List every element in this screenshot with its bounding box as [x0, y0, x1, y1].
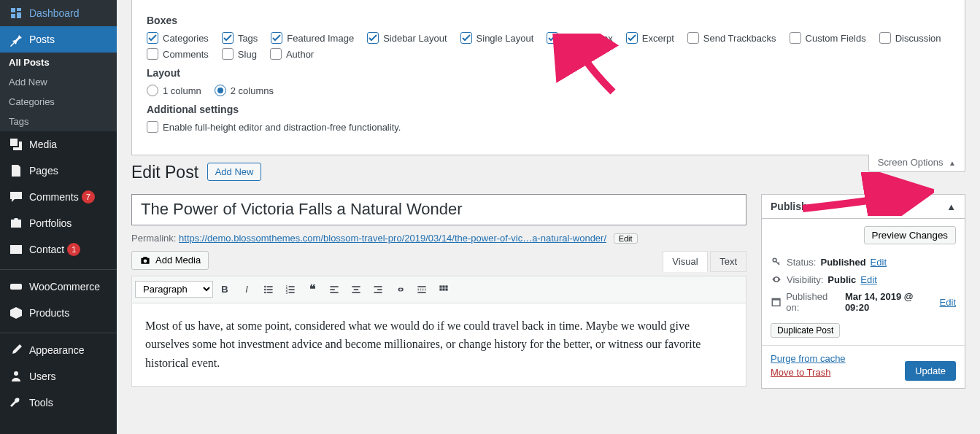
camera-icon — [139, 255, 151, 266]
edit-slug-button[interactable]: Edit — [614, 233, 638, 244]
published-label: Published on: — [786, 291, 841, 313]
submenu-tags[interactable]: Tags — [0, 112, 117, 131]
checkbox-send-trackbacks[interactable]: Send Trackbacks — [687, 32, 776, 44]
menu-dashboard[interactable]: Dashboard — [0, 0, 117, 26]
portfolio-icon — [9, 216, 23, 230]
checkbox-fullheight[interactable]: Enable full-height editor and distractio… — [147, 121, 401, 133]
checkbox-label: Author — [286, 49, 314, 60]
menu-appearance[interactable]: Appearance — [0, 337, 117, 363]
menu-woocommerce[interactable]: WooCommerce — [0, 274, 117, 300]
menu-comments[interactable]: Comments 7 — [0, 184, 117, 210]
radio-icon — [147, 85, 158, 96]
menu-posts[interactable]: Posts — [0, 26, 117, 53]
radio-1-column[interactable]: 1 column — [147, 85, 201, 96]
chevron-up-icon: ▲ — [949, 159, 956, 167]
permalink-row: Permalink: https://demo.blossomthemes.co… — [131, 233, 746, 244]
trash-link[interactable]: Move to Trash — [771, 367, 846, 378]
bullet-list-button[interactable] — [258, 279, 279, 300]
align-left-button[interactable] — [324, 279, 344, 300]
checkbox-icon — [222, 32, 234, 44]
checkbox-excerpt[interactable]: Excerpt — [626, 32, 674, 44]
duplicate-button[interactable]: Duplicate Post — [771, 323, 840, 338]
post-title-input[interactable] — [131, 194, 746, 225]
checkbox-affiliate-box[interactable]: Affiliate Box — [547, 32, 612, 44]
checkbox-label: Enable full-height editor and distractio… — [163, 122, 401, 133]
menu-products[interactable]: Products — [0, 300, 117, 326]
menu-portfolios[interactable]: Portfolios — [0, 210, 117, 236]
svg-rect-30 — [442, 288, 444, 290]
bold-button[interactable]: B — [215, 279, 235, 300]
radio-2-columns[interactable]: 2 columns — [215, 85, 274, 96]
submenu-categories[interactable]: Categories — [0, 92, 117, 112]
format-select[interactable]: Paragraph — [135, 281, 213, 298]
svg-rect-29 — [439, 288, 441, 290]
checkbox-categories[interactable]: Categories — [147, 32, 209, 44]
permalink-label: Permalink: — [131, 233, 176, 244]
menu-pages[interactable]: Pages — [0, 158, 117, 184]
checkbox-icon — [147, 121, 158, 133]
editor-content[interactable]: Most of us have, at some point, consider… — [132, 303, 746, 386]
checkbox-icon — [547, 32, 558, 44]
published-value: Mar 14, 2019 @ 09:20 — [845, 291, 935, 313]
checkbox-single-layout[interactable]: Single Layout — [460, 32, 534, 44]
checkbox-custom-fields[interactable]: Custom Fields — [790, 32, 866, 44]
purge-link[interactable]: Purge from cache — [771, 353, 846, 364]
screen-options-tab[interactable]: Screen Options ▲ — [868, 155, 965, 172]
submenu-all-posts[interactable]: All Posts — [0, 53, 117, 72]
checkbox-comments[interactable]: Comments — [147, 48, 209, 60]
checkbox-discussion[interactable]: Discussion — [879, 32, 941, 44]
toolbar-toggle-button[interactable] — [433, 279, 454, 300]
checkbox-label: Excerpt — [642, 33, 674, 44]
radio-icon — [215, 85, 226, 96]
checkbox-icon — [790, 32, 801, 44]
visibility-value: Public — [827, 274, 856, 285]
add-new-button[interactable]: Add New — [207, 163, 262, 181]
checkbox-icon — [879, 32, 891, 44]
svg-rect-13 — [289, 292, 295, 293]
svg-rect-21 — [377, 289, 382, 290]
svg-rect-24 — [417, 289, 425, 290]
status-label: Status: — [787, 257, 816, 268]
checkbox-tags[interactable]: Tags — [222, 32, 258, 44]
edit-date-link[interactable]: Edit — [940, 297, 956, 308]
svg-rect-28 — [445, 285, 447, 287]
menu-media[interactable]: Media — [0, 131, 117, 158]
menu-tools[interactable]: Tools — [0, 390, 117, 416]
quote-button[interactable]: ❝ — [302, 279, 323, 300]
svg-point-6 — [264, 292, 266, 293]
menu-label: Portfolios — [29, 217, 72, 229]
checkbox-slug[interactable]: Slug — [222, 48, 257, 60]
submenu-add-new[interactable]: Add New — [0, 72, 117, 92]
tab-visual[interactable]: Visual — [663, 251, 707, 272]
users-icon — [9, 369, 23, 384]
svg-rect-9 — [289, 286, 295, 287]
permalink-url[interactable]: https://demo.blossomthemes.com/blossom-t… — [179, 233, 606, 244]
menu-users[interactable]: Users — [0, 363, 117, 390]
edit-status-link[interactable]: Edit — [871, 257, 887, 268]
add-media-button[interactable]: Add Media — [131, 251, 209, 270]
menu-label: Comments — [29, 191, 79, 203]
numbered-list-button[interactable]: 123 — [280, 279, 301, 300]
checkbox-author[interactable]: Author — [270, 48, 314, 60]
tab-text[interactable]: Text — [710, 251, 746, 272]
align-center-button[interactable] — [346, 279, 366, 300]
side-column: Publish ▲ Preview Changes Status: Publis… — [761, 194, 965, 403]
svg-rect-23 — [417, 286, 425, 287]
checkbox-sidebar-layout[interactable]: Sidebar Layout — [367, 32, 447, 44]
update-button[interactable]: Update — [905, 361, 956, 381]
main-column: Permalink: https://demo.blossomthemes.co… — [131, 194, 746, 403]
screen-options-panel: Boxes CategoriesTagsFeatured ImageSideba… — [131, 0, 965, 155]
svg-rect-27 — [442, 285, 444, 287]
italic-button[interactable]: I — [236, 279, 257, 300]
svg-rect-3 — [267, 286, 273, 287]
publish-header[interactable]: Publish ▲ — [762, 195, 965, 219]
more-button[interactable] — [412, 279, 432, 300]
align-right-button[interactable] — [368, 279, 388, 300]
svg-rect-34 — [772, 298, 780, 300]
menu-separator — [0, 330, 117, 333]
edit-visibility-link[interactable]: Edit — [860, 274, 876, 285]
menu-contact[interactable]: Contact 1 — [0, 236, 117, 263]
preview-button[interactable]: Preview Changes — [864, 226, 956, 244]
link-button[interactable] — [390, 279, 410, 300]
checkbox-featured-image[interactable]: Featured Image — [271, 32, 354, 44]
